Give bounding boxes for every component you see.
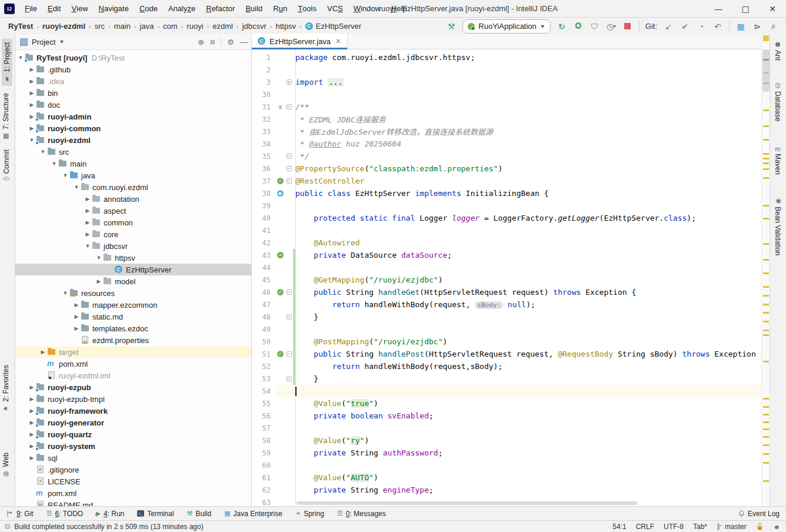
gear-icon[interactable]: ⚙ [227, 38, 234, 46]
tree-item-ruoyi-framework[interactable]: ▶ruoyi-framework [15, 405, 251, 417]
tree-item-model[interactable]: ▶model [15, 275, 251, 287]
menu-analyze[interactable]: Analyze [163, 0, 201, 18]
tool-button----favorites[interactable]: ★2: Favorites [2, 365, 10, 412]
code-line-46[interactable]: 46✓− public String handleGet(HttpServlet… [252, 286, 761, 298]
expand-arrow-icon[interactable]: ▶ [84, 208, 92, 214]
tree-item-templates-ezdoc[interactable]: ▶templates.ezdoc [15, 322, 251, 334]
tree-item-java[interactable]: ▼java [15, 169, 251, 181]
code-line-33[interactable]: 33 * 由EzdmlJdbcServer转移改造，直接连接系统数据源 [252, 125, 761, 138]
expand-arrow-icon[interactable]: ▶ [28, 102, 36, 108]
tree-item-ruoyi-system[interactable]: ▶ruoyi-system [15, 440, 251, 452]
breadcrumb-ruoyi[interactable]: ruoyi [186, 22, 203, 31]
code-line-30[interactable]: 30 [252, 88, 761, 101]
fold-marker-icon[interactable]: − [287, 178, 292, 184]
toolwindow-button----messages[interactable]: ☰0: Messages [331, 507, 392, 521]
event-log-button[interactable]: Event Log [732, 507, 786, 521]
toolwindow-button-java-enterprise[interactable]: ▦Java Enterprise [218, 507, 289, 521]
rollback-icon[interactable]: ↶ [712, 21, 723, 32]
spring-bean-icon[interactable]: ● [277, 190, 284, 197]
git-branch-widget[interactable]: master [717, 523, 747, 531]
commit-icon[interactable]: ✔ [680, 21, 690, 32]
stripe-warning-mark[interactable] [763, 421, 769, 423]
code-line-44[interactable]: 44 [252, 261, 761, 274]
stripe-warning-mark[interactable] [763, 295, 769, 297]
code-line-54[interactable]: 54 [252, 385, 761, 397]
code-line-56[interactable]: 56 private boolean svEnabled; [252, 410, 761, 422]
tree-item-ruoyi-ezpub-tmpl[interactable]: ▶ruoyi-ezpub-tmpl [15, 393, 251, 405]
expand-arrow-icon[interactable]: ▶ [28, 78, 36, 84]
close-button[interactable]: ✕ [759, 0, 786, 17]
code-line-60[interactable]: 60 [252, 459, 761, 471]
fold-marker-icon[interactable]: − [287, 351, 292, 357]
menu-tools[interactable]: Tools [292, 0, 322, 18]
breadcrumb-ruoyi-ezdml[interactable]: ruoyi-ezdml [42, 22, 85, 31]
autowired-icon[interactable]: ➜ [277, 252, 284, 258]
error-stripe[interactable] [761, 34, 770, 506]
locate-file-icon[interactable]: ⊕ [198, 38, 204, 46]
tree-item-ezhttpserver[interactable]: CEzHttpServer [15, 264, 251, 275]
code-line-53[interactable]: 53− } [252, 373, 761, 385]
code-line-1[interactable]: 1package com.ruoyi.ezdml.jdbcsvr.httpsv; [252, 51, 761, 64]
tool-button-web[interactable]: ◍Web [2, 453, 10, 477]
profiler-button[interactable]: ◷▾ [606, 21, 617, 32]
stripe-warning-mark[interactable] [763, 168, 769, 170]
stripe-warning-mark[interactable] [763, 272, 769, 274]
tool-button-commit[interactable]: ⏀Commit [2, 149, 11, 182]
breadcrumb-java[interactable]: java [140, 22, 154, 31]
tool-button----project[interactable]: ▰1: Project [2, 39, 12, 86]
close-tab-icon[interactable]: ✕ [335, 37, 341, 45]
code-line-35[interactable]: 35− */ [252, 150, 761, 162]
tree-item-ruoyi-ezdml[interactable]: ▼ruoyi-ezdml [15, 134, 251, 146]
expand-arrow-icon[interactable]: ▶ [28, 443, 36, 449]
toolwindow-button-build[interactable]: ⚒Build [181, 507, 218, 521]
menu-edit[interactable]: Edit [42, 0, 66, 18]
run-button[interactable]: ↻ [557, 21, 567, 32]
stripe-warning-mark[interactable] [763, 436, 769, 438]
expand-arrow-icon[interactable]: ▶ [95, 278, 103, 284]
tree-item-static-md[interactable]: ▶static.md [15, 311, 251, 322]
encoding-indicator[interactable]: UTF-8 [664, 523, 684, 531]
write-lock-icon[interactable]: 🔓 [756, 523, 764, 530]
collapse-arrow-icon[interactable]: ▼ [39, 149, 47, 155]
tool-button-maven[interactable]: mMaven [774, 146, 782, 175]
expand-arrow-icon[interactable]: ▶ [28, 125, 36, 131]
tree-item-ruoyi-generator[interactable]: ▶ruoyi-generator [15, 417, 251, 428]
stripe-warning-mark[interactable] [763, 177, 769, 179]
code-line-45[interactable]: 45 @GetMapping("/ruoyi/ezjdbc") [252, 274, 761, 286]
code-line-2[interactable]: 2 [252, 64, 761, 76]
code-line-37[interactable]: 37✓−@RestController [252, 175, 761, 187]
expand-arrow-icon[interactable]: ▶ [72, 314, 81, 320]
toolwindow-button-spring[interactable]: ❧Spring [289, 507, 331, 521]
code-line-62[interactable]: 62 private String engineType; [252, 484, 761, 496]
tree-item--gitignore[interactable]: ⊘.gitignore [15, 464, 251, 476]
tree-item-common[interactable]: ▶common [15, 217, 251, 228]
code-line-48[interactable]: 48− } [252, 311, 761, 323]
stripe-warning-mark[interactable] [763, 444, 769, 446]
tree-item-main[interactable]: ▼main [15, 158, 251, 169]
expand-arrow-icon[interactable]: ▶ [72, 325, 81, 331]
tree-item--idea[interactable]: ▶.idea [15, 75, 251, 87]
project-structure-icon[interactable]: ▦ [735, 21, 746, 32]
tree-item-ruoyi-quartz[interactable]: ▶ruoyi-quartz [15, 428, 251, 440]
stripe-warning-mark[interactable] [763, 205, 769, 207]
breadcrumb-rytest[interactable]: RyTest [8, 22, 33, 31]
menu-run[interactable]: Run [268, 0, 292, 18]
tree-item-ruoyi-common[interactable]: ▶ruoyi-common [15, 122, 251, 134]
tree-item-resources[interactable]: ▼resources [15, 287, 251, 299]
toolwindow-button----git[interactable]: 9: Git [0, 507, 40, 521]
code-line-3[interactable]: 3+import ... [252, 76, 761, 88]
inspection-status-square[interactable] [763, 35, 769, 41]
toolwindow-button----run[interactable]: ▶4: Run [89, 507, 131, 521]
collapse-arrow-icon[interactable]: ▼ [95, 255, 103, 261]
tree-item-annotation[interactable]: ▶annotation [15, 193, 251, 205]
stripe-warning-mark[interactable] [763, 59, 769, 61]
toolwindow-button----todo[interactable]: ☰6: TODO [40, 507, 89, 521]
tree-item-httpsv[interactable]: ▼httpsv [15, 252, 251, 264]
code-line-39[interactable]: 39 [252, 200, 761, 212]
breadcrumb-main[interactable]: main [114, 22, 131, 31]
horizontal-scrollbar[interactable] [297, 501, 638, 505]
stripe-warning-mark[interactable] [763, 330, 769, 331]
code-line-40[interactable]: 40 protected static final Logger logger … [252, 212, 761, 224]
tree-item-jdbcsvr[interactable]: ▼jdbcsvr [15, 240, 251, 252]
tree-item-pom-xml[interactable]: mpom.xml [15, 358, 251, 370]
